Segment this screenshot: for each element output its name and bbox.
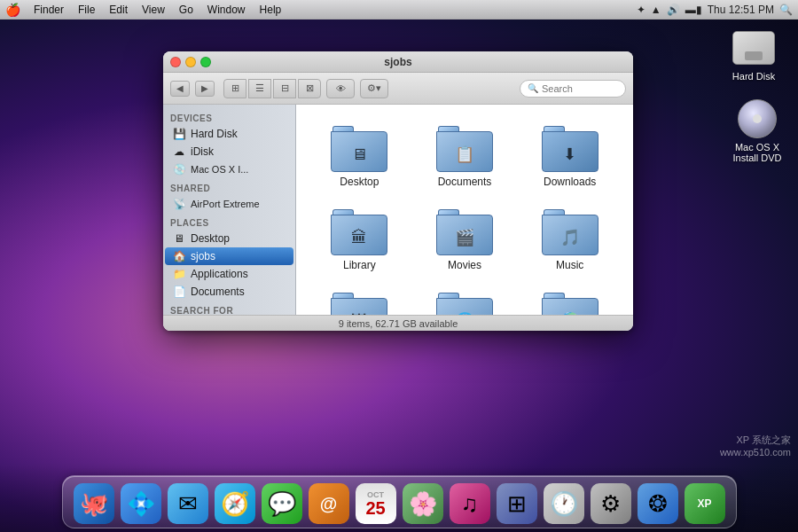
- dock: 🐙 💠 ✉ 🧭 💬 @ OCT 25: [0, 463, 798, 532]
- bluetooth-icon[interactable]: ✦: [637, 4, 645, 16]
- folder-sites-icon: 🌍: [542, 293, 598, 315]
- window-title: sjobs: [384, 56, 411, 68]
- folder-documents[interactable]: 📋 Documents: [416, 119, 514, 195]
- menu-edit[interactable]: Edit: [103, 3, 134, 17]
- sidebar-item-desktop[interactable]: 🖥 Desktop: [165, 230, 293, 247]
- desktop-icon-dvd[interactable]: Mac OS X Install DVD: [725, 98, 789, 163]
- view-buttons: ⊞ ☰ ⊟ ⊠: [223, 79, 321, 98]
- volume-icon[interactable]: 🔊: [667, 4, 680, 16]
- dock-item-safari[interactable]: 🧭: [213, 480, 257, 524]
- menu-view[interactable]: View: [136, 3, 171, 17]
- folder-music[interactable]: 🎵 Music: [520, 202, 619, 278]
- iphoto-dock-icon: 🌸: [403, 483, 443, 524]
- folder-music-label: Music: [556, 259, 583, 271]
- toolbar: ◀ ▶ ⊞ ☰ ⊟ ⊠ 👁 ⚙▾ 🔍: [163, 73, 633, 105]
- dock-item-mail[interactable]: ✉: [166, 480, 210, 524]
- search-box[interactable]: 🔍: [520, 80, 626, 98]
- forward-button[interactable]: ▶: [195, 81, 215, 97]
- minimize-button[interactable]: [185, 57, 196, 67]
- search-input[interactable]: [542, 83, 618, 94]
- sidebar-item-applications[interactable]: 📁 Applications: [165, 265, 293, 283]
- airport-icon: 📡: [172, 197, 186, 211]
- hard-disk-label: Hard Disk: [732, 71, 775, 82]
- dvd-icon: [736, 98, 778, 140]
- hard-disk-icon: [732, 27, 775, 69]
- spotlight-icon[interactable]: 🔍: [779, 4, 793, 16]
- search-icon: 🔍: [528, 83, 538, 93]
- sidebar-item-macos[interactable]: 💿 Mac OS X I...: [165, 160, 293, 178]
- back-button[interactable]: ◀: [170, 81, 190, 97]
- menu-go[interactable]: Go: [173, 3, 200, 17]
- xp-dock-icon: XP: [685, 483, 725, 524]
- desktop: 🍎 Finder File Edit View Go Window Help ✦…: [0, 0, 798, 532]
- status-text: 9 items, 62.71 GB available: [339, 318, 458, 329]
- dock-item-address[interactable]: @: [307, 480, 351, 524]
- action-button[interactable]: ⚙▾: [360, 79, 388, 98]
- folder-sites[interactable]: 🌍 Sites: [520, 286, 619, 315]
- folder-library-icon: 🏛: [331, 209, 387, 255]
- menu-finder[interactable]: Finder: [27, 3, 70, 17]
- folder-documents-label: Documents: [438, 176, 492, 188]
- menu-right: ✦ ▲ 🔊 ▬▮ Thu 12:51 PM 🔍: [637, 4, 793, 16]
- folder-public[interactable]: 🌐 Public: [416, 286, 514, 315]
- maximize-button[interactable]: [200, 57, 211, 67]
- home-icon: 🏠: [172, 249, 186, 263]
- folder-movies[interactable]: 🎬 Movies: [416, 202, 514, 278]
- folder-public-overlay: 🌐: [455, 311, 474, 315]
- dock-item-ichat[interactable]: 💬: [260, 480, 304, 524]
- folder-library[interactable]: 🏛 Library: [310, 202, 409, 278]
- window-body: DEVICES 💾 Hard Disk ☁ iDisk 💿 Mac OS X I…: [163, 105, 633, 315]
- finder-dock-icon: 🐙: [74, 483, 114, 524]
- folder-downloads-overlay: ⬇: [563, 145, 576, 164]
- title-bar: sjobs: [163, 51, 633, 73]
- mail-dock-icon: ✉: [168, 483, 208, 524]
- battery-icon[interactable]: ▬▮: [685, 4, 702, 16]
- dock-item-finder[interactable]: 🐙: [72, 480, 116, 524]
- folder-movies-icon: 🎬: [436, 209, 493, 255]
- dock-shelf: 🐙 💠 ✉ 🧭 💬 @ OCT 25: [62, 475, 737, 528]
- dock-item-dashboard[interactable]: 💠: [119, 480, 163, 524]
- folder-desktop[interactable]: 🖥 Desktop: [310, 119, 409, 195]
- sidebar: DEVICES 💾 Hard Disk ☁ iDisk 💿 Mac OS X I…: [163, 105, 296, 315]
- ical-dock-icon: OCT 25: [356, 483, 396, 524]
- apple-menu[interactable]: 🍎: [5, 3, 20, 17]
- list-view-button[interactable]: ☰: [248, 79, 271, 98]
- dock-item-vmware[interactable]: ❂: [636, 480, 680, 524]
- main-content: 🖥 Desktop 📋 Documents: [296, 105, 633, 315]
- folder-music-icon: 🎵: [542, 209, 598, 255]
- close-button[interactable]: [170, 57, 181, 67]
- status-bar: 9 items, 62.71 GB available: [163, 315, 633, 331]
- folder-desktop-overlay: 🖥: [351, 145, 367, 164]
- quick-look-button[interactable]: 👁: [326, 79, 355, 98]
- menu-file[interactable]: File: [72, 3, 101, 17]
- dock-item-prefs[interactable]: ⚙: [589, 480, 633, 524]
- dock-item-iphoto[interactable]: 🌸: [401, 480, 445, 524]
- desktop-icon-harddisk[interactable]: Hard Disk: [722, 27, 786, 82]
- clock-dock-icon: 🕐: [544, 483, 584, 524]
- watermark: XP 系统之家 www.xp510.com: [720, 434, 791, 458]
- dock-item-ical[interactable]: OCT 25: [354, 480, 398, 524]
- dock-item-xp[interactable]: XP: [683, 480, 727, 524]
- folder-pictures[interactable]: 🖼 Pictures: [310, 286, 409, 315]
- sidebar-item-sjobs[interactable]: 🏠 sjobs: [165, 247, 293, 265]
- sidebar-item-documents[interactable]: 📄 Documents: [165, 283, 293, 301]
- dock-item-expose[interactable]: ⊞: [495, 480, 539, 524]
- places-label: PLACES: [163, 213, 295, 230]
- menubar: 🍎 Finder File Edit View Go Window Help ✦…: [0, 0, 798, 20]
- sidebar-item-airport[interactable]: 📡 AirPort Extreme: [165, 195, 293, 213]
- cover-flow-button[interactable]: ⊠: [298, 79, 321, 98]
- sidebar-item-idisk[interactable]: ☁ iDisk: [165, 143, 293, 160]
- folder-desktop-icon: 🖥: [331, 126, 387, 172]
- column-view-button[interactable]: ⊟: [273, 79, 296, 98]
- dock-item-itunes[interactable]: ♫: [448, 480, 492, 524]
- dock-item-clock[interactable]: 🕐: [542, 480, 586, 524]
- wifi-icon[interactable]: ▲: [651, 4, 661, 16]
- dvd-label: Mac OS X Install DVD: [725, 142, 789, 163]
- folder-downloads[interactable]: ⬇ Downloads: [520, 119, 619, 195]
- sidebar-item-harddisk[interactable]: 💾 Hard Disk: [165, 125, 293, 143]
- menu-window[interactable]: Window: [201, 3, 252, 17]
- folder-movies-label: Movies: [448, 259, 481, 271]
- menu-help[interactable]: Help: [254, 3, 288, 17]
- icon-view-button[interactable]: ⊞: [223, 79, 246, 98]
- finder-window: sjobs ◀ ▶ ⊞ ☰ ⊟ ⊠ 👁 ⚙▾ 🔍 DEVICES: [163, 51, 633, 331]
